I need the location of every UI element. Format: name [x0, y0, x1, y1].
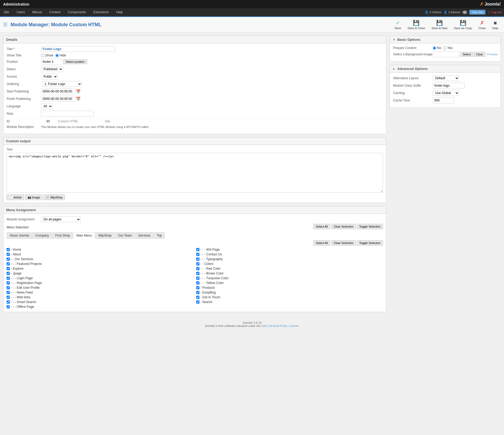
nav-users[interactable]: Users [13, 8, 29, 16]
select-position-button[interactable]: Select position [63, 59, 87, 64]
menu-checkbox[interactable] [7, 272, 10, 275]
menu-checkbox[interactable] [196, 248, 199, 251]
tab-company[interactable]: Company [32, 232, 52, 239]
hamburger-icon[interactable]: ☰ [3, 22, 7, 28]
nav-site[interactable]: Site [0, 8, 13, 16]
status-select[interactable]: Published [41, 66, 63, 72]
menu-checkbox[interactable] [7, 305, 10, 308]
view-site-button[interactable]: View Site [469, 10, 486, 15]
tab-main-menu[interactable]: Main Menu [73, 232, 95, 239]
menu-tabs: About Joomla Company Fruit Shop Main Men… [7, 232, 383, 239]
start-publishing-input[interactable] [41, 88, 75, 94]
article-btn[interactable]: 📄 Article [7, 194, 24, 200]
footer-license-link[interactable]: GNU General Public License. [261, 324, 300, 327]
menu-checkbox[interactable] [196, 300, 199, 304]
finish-publishing-input[interactable] [41, 96, 75, 102]
menu-checkbox[interactable] [196, 272, 199, 275]
finish-calendar-icon[interactable]: 📅 [76, 97, 81, 101]
outer-toggle-selection-button[interactable]: Toggle Selection [357, 224, 383, 229]
background-image-input[interactable] [433, 51, 459, 57]
show-radio-label[interactable]: Show [41, 54, 53, 57]
menu-checkbox[interactable] [7, 300, 10, 304]
outer-clear-selection-button[interactable]: Clear Selection [331, 224, 356, 229]
caching-select[interactable]: Use Global [433, 90, 459, 96]
logout-button[interactable]: ⚠ Log out [488, 11, 501, 14]
menu-checkbox[interactable] [196, 286, 199, 289]
menu-checkbox[interactable] [7, 277, 10, 280]
title-input[interactable] [41, 46, 115, 52]
menu-checkbox[interactable] [7, 253, 10, 256]
image-btn[interactable]: 📷 Image [25, 194, 43, 200]
editor-textarea[interactable]: <p><img src="images/logo-white.png" bord… [7, 153, 383, 193]
hide-radio[interactable] [55, 54, 59, 57]
preview-link[interactable]: Preview [487, 53, 497, 56]
badge1: 0 [462, 11, 467, 14]
inner-clear-selection-button[interactable]: Clear Selection [331, 240, 356, 246]
ordering-select[interactable]: 1. Footer Logo [42, 81, 82, 87]
menu-checkbox[interactable] [7, 267, 10, 270]
no-radio[interactable] [433, 46, 436, 50]
mijoshop-btn[interactable]: 🛒 MijoShop [43, 194, 65, 200]
nav-extensions[interactable]: Extensions [90, 8, 113, 16]
position-input[interactable] [41, 59, 62, 65]
save-close-button[interactable]: 💾 Save & Close [405, 19, 428, 31]
save-new-button[interactable]: 💾 Save & New [429, 19, 450, 31]
language-select[interactable]: All [41, 103, 53, 109]
yes-radio-label[interactable]: Yes [443, 46, 453, 50]
finish-publishing-row: Finish Publishing 📅 [7, 96, 383, 102]
menu-checkbox[interactable] [7, 262, 10, 265]
yes-radio[interactable] [443, 46, 447, 50]
access-select[interactable]: Public [41, 74, 58, 79]
menu-checkbox[interactable] [7, 296, 10, 299]
menu-checkbox[interactable] [7, 258, 10, 261]
help-button[interactable]: ■ Help [489, 19, 501, 31]
custom-output-header: Custom output [3, 137, 386, 145]
tab-about-joomla[interactable]: About Joomla [7, 232, 32, 239]
note-input[interactable] [41, 111, 94, 117]
clear-bg-button[interactable]: Clear [474, 52, 485, 57]
background-image-row: Select a Background-Image Select Clear P… [393, 51, 497, 57]
save-button[interactable]: ✓ Save [392, 19, 404, 31]
tab-our-team[interactable]: Our Team [115, 232, 135, 239]
menu-checkbox[interactable] [196, 277, 199, 280]
tab-mijoshop[interactable]: MijoShop [95, 232, 114, 239]
close-button[interactable]: ✗ Close [476, 19, 488, 31]
cache-time-input[interactable] [433, 97, 454, 103]
nav-menus[interactable]: Menus [29, 8, 46, 16]
tab-fruit-shop[interactable]: Fruit Shop [52, 232, 73, 239]
menu-checkbox[interactable] [7, 281, 10, 285]
menu-checkbox[interactable] [196, 296, 199, 299]
menu-checkbox[interactable] [196, 262, 199, 265]
nav-components[interactable]: Components [64, 8, 90, 16]
inner-select-all-button[interactable]: Select All [313, 240, 330, 246]
hide-radio-label[interactable]: Hide [55, 54, 66, 57]
tab-services[interactable]: Services [135, 232, 153, 239]
alt-layout-label: Alternative Layout [393, 76, 433, 80]
module-assignment-select[interactable]: On all pages [41, 216, 81, 222]
menu-checkbox[interactable] [7, 291, 10, 294]
module-class-suffix-input[interactable] [433, 83, 465, 88]
select-bg-button[interactable]: Select [460, 52, 473, 57]
show-radio[interactable] [41, 54, 44, 57]
nav-content[interactable]: Content [46, 8, 64, 16]
menu-checkbox[interactable] [196, 258, 199, 261]
cache-time-label: Cache Time [393, 99, 433, 102]
nav-help[interactable]: Help [113, 8, 127, 16]
article-icon: 📄 [9, 196, 13, 199]
position-row: Position Select position [7, 59, 383, 65]
tab-top[interactable]: Top [154, 232, 165, 239]
save-copy-button[interactable]: 💾 Save as Copy [451, 19, 475, 31]
alt-layout-select[interactable]: Default [433, 75, 459, 81]
ordering-row: Ordering 1. Footer Logo [7, 81, 383, 87]
menu-checkbox[interactable] [7, 286, 10, 289]
no-radio-label[interactable]: No [433, 46, 441, 50]
menu-checkbox[interactable] [196, 281, 199, 285]
menu-checkbox[interactable] [196, 267, 199, 270]
menu-checkbox[interactable] [196, 253, 199, 256]
start-calendar-icon[interactable]: 📅 [76, 89, 81, 94]
menu-checkbox[interactable] [7, 248, 10, 251]
menu-items-right: - - - 404 Page - - - Contact Us - - - Ty… [196, 247, 383, 309]
menu-checkbox[interactable] [196, 291, 199, 294]
inner-toggle-selection-button[interactable]: Toggle Selection [357, 240, 383, 246]
outer-select-all-button[interactable]: Select All [313, 224, 330, 229]
